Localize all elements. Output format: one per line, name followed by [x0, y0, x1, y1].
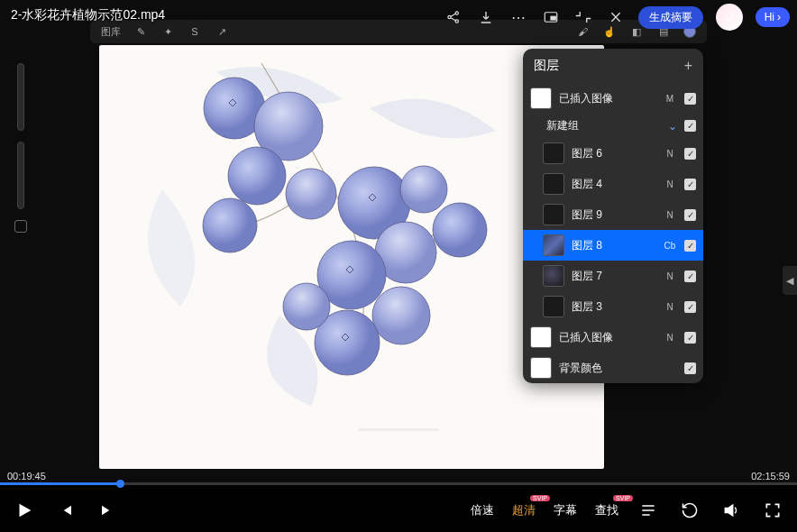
current-time: 00:19:45	[7, 471, 46, 482]
subtitle-button[interactable]: 字幕	[554, 502, 577, 518]
layer-row[interactable]: 新建组⌄✓	[523, 114, 703, 138]
visibility-checkbox[interactable]: ✓	[684, 301, 696, 313]
blend-mode: M	[663, 94, 677, 104]
layers-title: 图层	[534, 58, 559, 74]
brush-sliders	[14, 63, 27, 233]
progress-bar[interactable]	[0, 482, 797, 485]
layer-name: 背景颜色	[559, 361, 655, 376]
blend-mode: N	[663, 210, 677, 220]
volume-icon[interactable]	[719, 499, 743, 522]
visibility-checkbox[interactable]: ✓	[684, 209, 696, 221]
layer-row[interactable]: 图层 9N✓	[523, 199, 703, 230]
visibility-checkbox[interactable]: ✓	[684, 362, 696, 374]
layer-name: 图层 8	[572, 238, 655, 253]
svg-point-3	[286, 169, 336, 219]
layer-row[interactable]: 图层 7N✓	[523, 261, 703, 291]
visibility-checkbox[interactable]: ✓	[684, 148, 696, 160]
layer-row[interactable]: 图层 6N✓	[523, 138, 703, 169]
layer-thumbnail	[543, 142, 564, 164]
layer-name: 图层 3	[572, 299, 655, 315]
layer-name: 新建组	[546, 118, 661, 133]
visibility-checkbox[interactable]: ✓	[684, 93, 696, 105]
progress-fill	[0, 482, 120, 485]
layer-row[interactable]: 图层 4N✓	[523, 169, 703, 199]
expand-arrow-icon[interactable]: ◀	[783, 266, 797, 295]
layer-thumbnail	[543, 173, 564, 195]
layer-name: 图层 7	[572, 269, 655, 284]
layer-thumbnail	[543, 204, 564, 225]
video-frame: 图库 ✎ ✦ S ↗ 🖌 ☝ ◧ ▤	[0, 0, 797, 485]
layers-panel: 图层 + 已插入图像M✓新建组⌄✓图层 6N✓图层 4N✓图层 9N✓图层 8C…	[523, 49, 703, 383]
visibility-checkbox[interactable]: ✓	[684, 179, 696, 190]
blend-mode: N	[663, 179, 677, 189]
layer-thumbnail	[543, 265, 564, 287]
prev-button[interactable]	[54, 499, 78, 522]
layer-thumbnail	[530, 326, 552, 348]
layer-thumbnail	[530, 87, 552, 109]
blend-mode: Cb	[663, 241, 677, 251]
layer-thumbnail	[530, 357, 552, 379]
layer-name: 图层 4	[572, 177, 655, 192]
visibility-checkbox[interactable]: ✓	[684, 240, 696, 252]
chevron-down-icon[interactable]: ⌄	[668, 120, 677, 133]
search-button[interactable]: 查找SVIP	[595, 502, 618, 518]
speed-button[interactable]: 倍速	[471, 502, 494, 518]
visibility-checkbox[interactable]: ✓	[684, 120, 696, 132]
blend-mode: N	[663, 149, 677, 159]
blend-mode: N	[663, 333, 677, 343]
fullscreen-icon[interactable]	[761, 499, 784, 522]
svip-badge-2: SVIP	[613, 495, 633, 501]
layer-thumbnail	[543, 234, 564, 256]
loop-icon[interactable]	[678, 499, 701, 522]
layer-row[interactable]: 已插入图像N✓	[523, 322, 703, 353]
brush-opacity-slider[interactable]	[17, 142, 24, 209]
scrub-indicator	[358, 428, 439, 431]
play-button[interactable]	[13, 499, 36, 522]
layer-thumbnail	[543, 296, 564, 317]
quality-button[interactable]: 超清SVIP	[512, 502, 536, 518]
next-button[interactable]	[96, 499, 119, 522]
blend-mode: N	[663, 302, 677, 312]
layer-row[interactable]: 已插入图像M✓	[523, 83, 703, 114]
visibility-checkbox[interactable]: ✓	[684, 271, 696, 282]
layer-name: 图层 6	[572, 146, 655, 161]
layer-row[interactable]: 图层 8Cb✓	[523, 230, 703, 261]
duration: 02:15:59	[751, 471, 790, 482]
svg-point-6	[400, 166, 447, 213]
layer-row[interactable]: 图层 3N✓	[523, 291, 703, 322]
svip-badge: SVIP	[530, 495, 550, 501]
layer-name: 已插入图像	[559, 330, 655, 345]
svg-point-12	[283, 283, 330, 330]
layer-name: 图层 9	[572, 207, 655, 223]
modify-button[interactable]	[14, 220, 27, 233]
svg-point-4	[203, 198, 257, 252]
brush-size-slider[interactable]	[17, 63, 24, 131]
layer-name: 已插入图像	[559, 91, 655, 106]
add-layer-button[interactable]: +	[684, 58, 692, 74]
blend-mode: N	[663, 271, 677, 281]
visibility-checkbox[interactable]: ✓	[684, 332, 696, 344]
svg-point-7	[433, 203, 487, 257]
playlist-icon[interactable]	[637, 499, 660, 522]
player-controls: 倍速 超清SVIP 字幕 查找SVIP	[0, 489, 797, 532]
svg-point-2	[228, 147, 286, 205]
video-filename: 2-水彩花卉植物示范02.mp4	[11, 7, 165, 23]
video-title-bar: 2-水彩花卉植物示范02.mp4	[0, 0, 797, 31]
svg-point-10	[372, 287, 430, 344]
layer-row[interactable]: 背景颜色✓	[523, 353, 703, 383]
